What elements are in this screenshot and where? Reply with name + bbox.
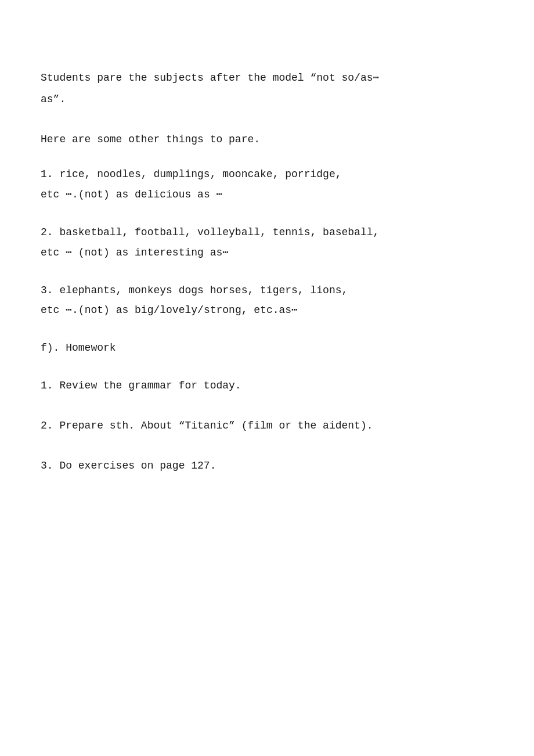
homework-list: 1. Review the grammar for today. 2. Prep… xyxy=(41,377,493,474)
intro2-section: Here are some other things to pare. xyxy=(41,131,493,148)
item-line2: etc ⋯ (not) as interesting as⋯ xyxy=(41,244,493,261)
intro-line2: as”. xyxy=(41,91,493,108)
list-item: 3. elephants, monkeys dogs horses, tiger… xyxy=(41,282,493,319)
item-line1: 1. rice, noodles, dumplings, mooncake, p… xyxy=(41,166,493,183)
homework-item-text: 1. Review the grammar for today. xyxy=(41,377,493,394)
page-content: Students pare the subjects after the mod… xyxy=(0,0,534,543)
homework-item: 2. Prepare sth. About “Titanic” (film or… xyxy=(41,417,493,434)
homework-item: 3. Do exercises on page 127. xyxy=(41,458,493,474)
list-item: 2. basketball, football, volleyball, ten… xyxy=(41,224,493,261)
homework-item-text: 2. Prepare sth. About “Titanic” (film or… xyxy=(41,417,493,434)
intro2-text: Here are some other things to pare. xyxy=(41,131,493,148)
item-line1: 2. basketball, football, volleyball, ten… xyxy=(41,224,493,241)
homework-item-text: 3. Do exercises on page 127. xyxy=(41,458,493,474)
item-line2: etc ⋯.(not) as delicious as ⋯ xyxy=(41,186,493,203)
list-item: 1. rice, noodles, dumplings, mooncake, p… xyxy=(41,166,493,203)
intro-paragraph: Students pare the subjects after the mod… xyxy=(41,70,493,108)
item-line1: 3. elephants, monkeys dogs horses, tiger… xyxy=(41,282,493,299)
homework-heading: f). Homework xyxy=(41,340,493,357)
homework-heading-text: f). Homework xyxy=(41,340,493,357)
homework-item: 1. Review the grammar for today. xyxy=(41,377,493,394)
item-line2: etc ⋯.(not) as big/lovely/strong, etc.as… xyxy=(41,302,493,319)
intro-line1: Students pare the subjects after the mod… xyxy=(41,70,493,87)
items-list: 1. rice, noodles, dumplings, mooncake, p… xyxy=(41,166,493,319)
